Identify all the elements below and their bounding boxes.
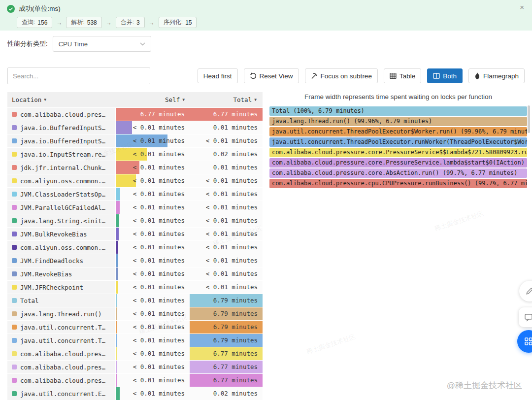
total-value: 6.77 minutes — [213, 361, 258, 373]
table-row[interactable]: com.alibaba.cloud.pres… < 0.01 minutes 6… — [7, 361, 263, 373]
total-value: 0.01 minutes — [213, 121, 258, 134]
table-row[interactable]: JVM.JFRCheckpoint < 0.01 minutes < 0.01 … — [7, 281, 263, 294]
table-view-label: Table — [399, 72, 415, 80]
table-row[interactable]: jdk.jfr.internal.Chunk… < 0.01 minutes 0… — [7, 161, 263, 174]
table-row[interactable]: java.lang.Thread.run() < 0.01 minutes 6.… — [7, 307, 263, 320]
self-time-bar — [116, 307, 117, 320]
metric-value: 3 — [136, 19, 140, 26]
location-label: com.alibaba.cloud.pres… — [20, 111, 105, 118]
total-cell: 0.02 minutes — [190, 148, 263, 161]
column-header-location[interactable]: Location ▼ — [7, 96, 116, 103]
total-value: 6.79 minutes — [213, 294, 258, 307]
self-value: < 0.01 minutes — [133, 161, 185, 174]
row-color-icon — [12, 138, 17, 143]
flame-frame[interactable]: java.lang.Thread.run() (99.96%, 6.79 min… — [269, 117, 527, 126]
table-row[interactable]: com.aliyun.oss.common.… < 0.01 minutes <… — [7, 174, 263, 187]
self-time-bar — [116, 321, 117, 334]
column-header-total[interactable]: Total ▼ — [190, 96, 263, 103]
flame-frame[interactable]: com.alibaba.cloud.pressure.core.AbsActio… — [269, 168, 527, 178]
self-value: < 0.01 minutes — [133, 188, 185, 200]
location-cell: java.io.InputStream.re… — [7, 148, 115, 161]
self-value: < 0.01 minutes — [133, 241, 185, 254]
total-cell: 6.77 minutes — [190, 361, 263, 373]
table-row[interactable]: com.alibaba.cloud.pres… < 0.01 minutes 6… — [7, 347, 263, 360]
self-time-bar — [116, 347, 117, 360]
feedback-fab-button[interactable] — [519, 307, 532, 327]
table-row[interactable]: java.util.concurrent.E… < 0.01 minutes 0… — [7, 387, 263, 400]
table-grid-icon — [390, 72, 397, 79]
self-time-bar — [116, 387, 120, 400]
row-color-icon — [12, 152, 17, 157]
total-cell: < 0.01 minutes — [190, 241, 263, 254]
self-value: < 0.01 minutes — [133, 228, 185, 240]
location-label: com.alibaba.cloud.pres… — [20, 350, 105, 358]
reset-view-button[interactable]: Reset View — [244, 68, 299, 83]
location-label: com.aliyun.oss.common.… — [20, 244, 105, 251]
location-cell: java.util.concurrent.T… — [7, 321, 115, 334]
table-row[interactable]: Total < 0.01 minutes 6.79 minutes — [7, 294, 263, 307]
table-row[interactable]: java.io.InputStream.re… < 0.01 minutes 0… — [7, 148, 263, 161]
total-value: < 0.01 minutes — [206, 241, 258, 254]
table-row[interactable]: java.io.BufferedInputS… < 0.01 minutes 0… — [7, 121, 263, 134]
close-icon[interactable]: × — [520, 3, 524, 11]
edit-fab-button[interactable] — [519, 281, 532, 301]
flame-frame[interactable]: com.alibaba.cloud.pressure.core.Pressure… — [269, 158, 527, 167]
flame-frame[interactable]: com.alibaba.cloud.pressure.cpu.CPUPressu… — [269, 179, 527, 188]
total-value: 0.02 minutes — [213, 148, 258, 161]
flame-frame[interactable]: java.util.concurrent.ThreadPoolExecutor$… — [269, 127, 527, 136]
self-cell: < 0.01 minutes — [116, 121, 190, 134]
focus-subtree-button[interactable]: Focus on subtree — [305, 68, 378, 83]
table-row[interactable]: java.util.concurrent.T… < 0.01 minutes 6… — [7, 334, 263, 347]
table-rows: com.alibaba.cloud.pres… 6.77 minutes 6.7… — [7, 108, 263, 400]
column-header-self[interactable]: Self ▼ — [116, 96, 190, 103]
community-fab-button[interactable] — [517, 330, 532, 353]
location-label: java.util.concurrent.T… — [20, 337, 105, 344]
table-view-button[interactable]: Table — [384, 68, 421, 83]
total-value: 0.01 minutes — [213, 161, 258, 174]
table-row[interactable]: JVM.BulkRevokeBias < 0.01 minutes < 0.01… — [7, 228, 263, 240]
both-view-button[interactable]: Both — [427, 68, 463, 83]
table-row[interactable]: java.util.concurrent.T… < 0.01 minutes 6… — [7, 321, 263, 334]
total-value: < 0.01 minutes — [206, 254, 258, 267]
row-color-icon — [12, 178, 17, 183]
location-cell: java.lang.String.<init… — [7, 214, 115, 227]
table-row[interactable]: JVM.ParallelGCFailedAl… < 0.01 minutes <… — [7, 201, 263, 214]
metric-parse: 解析: 538 — [66, 17, 101, 28]
location-cell: com.alibaba.cloud.pres… — [7, 108, 115, 121]
table-row[interactable]: com.alibaba.cloud.pres… < 0.01 minutes 6… — [7, 374, 263, 387]
self-value: < 0.01 minutes — [133, 334, 185, 347]
self-value: < 0.01 minutes — [133, 121, 185, 134]
search-input[interactable] — [7, 67, 150, 84]
table-row[interactable]: java.lang.String.<init… < 0.01 minutes <… — [7, 214, 263, 227]
location-label: jdk.jfr.internal.Chunk… — [20, 164, 105, 171]
self-cell: < 0.01 minutes — [116, 321, 190, 334]
self-cell: < 0.01 minutes — [116, 347, 190, 360]
flame-frame[interactable]: Total (100%, 6.79 minutes) — [269, 106, 527, 116]
self-cell: < 0.01 minutes — [116, 307, 190, 320]
flamegraph-view-button[interactable]: Flamegraph — [468, 68, 525, 83]
analysis-type-select[interactable]: CPU Time — [53, 36, 151, 52]
flamegraph-panel: Frame width represents time spent waitin… — [269, 93, 527, 189]
arrow-icon: → — [106, 19, 112, 26]
analysis-type-section: 性能分析类型: CPU Time — [7, 36, 151, 52]
self-value: < 0.01 minutes — [133, 267, 185, 280]
self-time-bar — [116, 201, 120, 214]
row-color-icon — [12, 205, 17, 210]
table-row[interactable]: JVM.RevokeBias < 0.01 minutes < 0.01 min… — [7, 267, 263, 280]
scrollbar-thumb[interactable] — [528, 105, 530, 133]
flame-frame[interactable]: com.alibaba.cloud.pressure.core.Pressure… — [269, 148, 527, 157]
table-row[interactable]: JVM.ClassLoaderStatsOp… < 0.01 minutes <… — [7, 188, 263, 200]
table-row[interactable]: com.aliyun.oss.common.… < 0.01 minutes <… — [7, 241, 263, 254]
head-first-button[interactable]: Head first — [198, 68, 238, 83]
self-value: < 0.01 minutes — [133, 321, 185, 334]
total-cell: < 0.01 minutes — [190, 254, 263, 267]
total-cell: < 0.01 minutes — [190, 267, 263, 280]
flame-frame[interactable]: java.util.concurrent.ThreadPoolExecutor.… — [269, 137, 527, 147]
table-row[interactable]: java.io.BufferedInputS… < 0.01 minutes <… — [7, 134, 263, 147]
toolbar: Head first Reset View Focus on subtree T… — [7, 67, 525, 84]
table-row[interactable]: com.alibaba.cloud.pres… 6.77 minutes 6.7… — [7, 108, 263, 121]
location-label: java.io.BufferedInputS… — [20, 124, 105, 132]
self-cell: 6.77 minutes — [116, 108, 190, 121]
table-row[interactable]: JVM.FindDeadlocks < 0.01 minutes < 0.01 … — [7, 254, 263, 267]
location-cell: Total — [7, 294, 115, 307]
